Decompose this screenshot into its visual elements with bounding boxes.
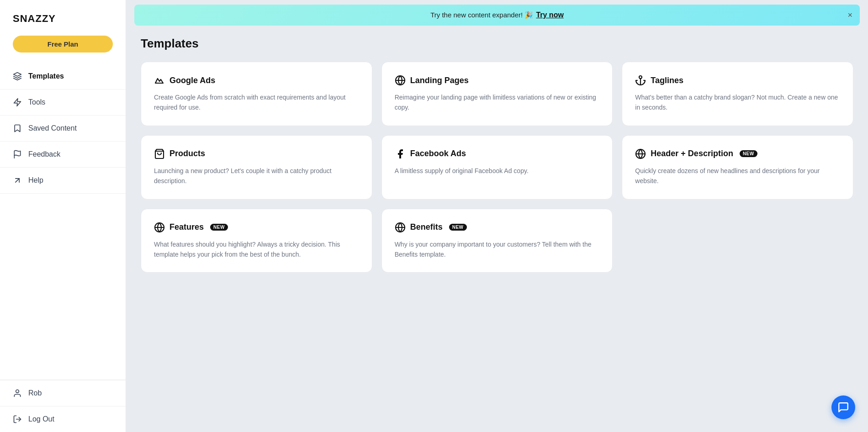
promo-banner: Try the new content expander! 🎉 Try now … (134, 5, 860, 26)
card-desc: Reimagine your landing page with limitle… (395, 92, 600, 113)
sidebar-item-feedback[interactable]: Feedback (0, 142, 126, 168)
sidebar-nav: Templates Tools Saved Content (0, 63, 126, 432)
svg-line-2 (16, 179, 19, 182)
banner-close-button[interactable]: × (847, 11, 852, 19)
globe-icon (395, 222, 406, 233)
card-header: Benefits NEW (395, 222, 600, 233)
card-header: Landing Pages (395, 75, 600, 86)
flag-icon (13, 150, 22, 159)
card-desc: Launching a new product? Let's couple it… (154, 166, 359, 186)
sidebar-item-help[interactable]: Help (0, 168, 126, 194)
card-desc: A limitless supply of original Facebook … (395, 166, 600, 176)
sidebar-item-label: Tools (28, 98, 45, 106)
anchor-icon (635, 75, 646, 86)
facebook-icon (395, 148, 406, 159)
app-logo: SNAZZY (0, 13, 126, 36)
card-header: Taglines (635, 75, 840, 86)
globe-icon (635, 148, 646, 159)
sidebar-item-user[interactable]: Rob (0, 380, 126, 406)
templates-area: Templates Google Ads Create Google Ads f… (126, 26, 868, 432)
card-header-description[interactable]: Header + Description NEW Quickly create … (622, 135, 853, 200)
user-icon (13, 389, 22, 398)
shop-icon (154, 148, 165, 159)
sidebar-item-label: Feedback (28, 150, 60, 158)
card-products[interactable]: Products Launching a new product? Let's … (141, 135, 372, 200)
sidebar-item-tools[interactable]: Tools (0, 90, 126, 116)
sidebar-item-label: Templates (28, 72, 64, 80)
sidebar-item-templates[interactable]: Templates (0, 63, 126, 90)
sidebar-item-label: Help (28, 176, 43, 184)
card-header: Features NEW (154, 222, 359, 233)
card-header: Google Ads (154, 75, 359, 86)
sidebar: SNAZZY Free Plan Templates Tools (0, 0, 126, 432)
card-desc: Quickly create dozens of new headlines a… (635, 166, 840, 186)
card-desc: Create Google Ads from scratch with exac… (154, 92, 359, 113)
new-badge: NEW (210, 224, 228, 231)
card-title: Taglines (651, 76, 683, 85)
main-content: Try the new content expander! 🎉 Try now … (126, 0, 868, 432)
card-landing-pages[interactable]: Landing Pages Reimagine your landing pag… (381, 62, 613, 126)
card-taglines[interactable]: Taglines What's better than a catchy bra… (622, 62, 853, 126)
free-plan-button[interactable]: Free Plan (13, 36, 113, 53)
globe-icon (395, 75, 406, 86)
banner-cta[interactable]: Try now (536, 11, 563, 19)
bookmark-icon (13, 124, 22, 133)
card-desc: Why is your company important to your cu… (395, 239, 600, 260)
svg-point-3 (16, 390, 19, 393)
chat-button[interactable] (831, 395, 855, 419)
card-title: Google Ads (169, 76, 215, 85)
banner-message: Try the new content expander! 🎉 (430, 11, 533, 19)
card-title: Header + Description (651, 149, 733, 158)
tools-icon (13, 98, 22, 107)
sidebar-user-label: Rob (28, 389, 42, 397)
sidebar-item-saved-content[interactable]: Saved Content (0, 116, 126, 142)
sidebar-bottom: Rob Log Out (0, 379, 126, 432)
sidebar-item-logout[interactable]: Log Out (0, 406, 126, 432)
card-benefits[interactable]: Benefits NEW Why is your company importa… (381, 209, 613, 273)
card-title: Features (169, 222, 204, 232)
card-google-ads[interactable]: Google Ads Create Google Ads from scratc… (141, 62, 372, 126)
card-title: Products (169, 149, 205, 158)
globe-icon (154, 222, 165, 233)
mountain-icon (154, 75, 165, 86)
card-title: Benefits (410, 222, 443, 232)
svg-marker-0 (14, 73, 21, 76)
sidebar-logout-label: Log Out (28, 415, 54, 423)
card-desc: What features should you highlight? Alwa… (154, 239, 359, 260)
card-header: Header + Description NEW (635, 148, 840, 159)
new-badge: NEW (449, 224, 467, 231)
cards-grid: Google Ads Create Google Ads from scratc… (141, 62, 853, 273)
card-header: Products (154, 148, 359, 159)
arrow-up-right-icon (13, 176, 22, 185)
card-features[interactable]: Features NEW What features should you hi… (141, 209, 372, 273)
logout-icon (13, 415, 22, 424)
sidebar-item-label: Saved Content (28, 124, 77, 132)
card-facebook-ads[interactable]: Facebook Ads A limitless supply of origi… (381, 135, 613, 200)
page-title: Templates (141, 37, 853, 51)
layers-icon (13, 72, 22, 81)
new-badge: NEW (740, 150, 757, 157)
card-title: Landing Pages (410, 76, 469, 85)
card-desc: What's better than a catchy brand slogan… (635, 92, 840, 113)
card-title: Facebook Ads (410, 149, 466, 158)
card-header: Facebook Ads (395, 148, 600, 159)
chat-icon (837, 401, 849, 413)
